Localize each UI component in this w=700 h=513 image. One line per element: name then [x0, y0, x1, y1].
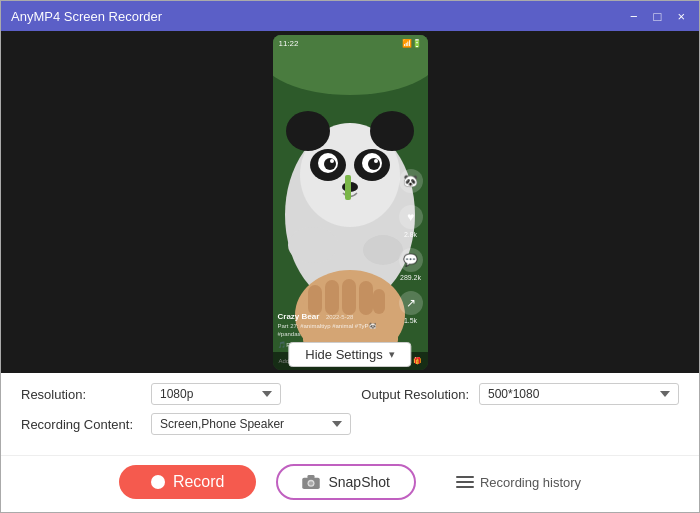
- maximize-button[interactable]: □: [650, 8, 666, 25]
- resolution-select[interactable]: 1080p 720p 480p: [151, 383, 281, 405]
- hide-settings-button[interactable]: Hide Settings ▾: [288, 342, 411, 367]
- record-button[interactable]: Record: [119, 465, 257, 499]
- app-window: AnyMP4 Screen Recorder − □ ×: [0, 0, 700, 513]
- hide-settings-label: Hide Settings: [305, 347, 382, 362]
- hamburger-icon: [456, 476, 474, 488]
- heart-circle: ♥: [399, 205, 423, 229]
- output-resolution-group: Output Resolution: 500*1080 720*1280 108…: [361, 383, 679, 405]
- camera-icon: [302, 475, 320, 489]
- heart-icon-item: ♥ 2.8k: [399, 205, 423, 238]
- comment-count: 289.2k: [400, 274, 421, 281]
- resolution-label: Resolution:: [21, 387, 141, 402]
- phone-preview: 11:22 📶🔋 🐼 ♥ 2.8k: [273, 35, 428, 370]
- recording-content-select[interactable]: Screen,Phone Speaker Screen Only Screen,…: [151, 413, 351, 435]
- svg-point-27: [309, 481, 313, 485]
- snapshot-label: SnapShot: [328, 474, 390, 490]
- output-resolution-select[interactable]: 500*1080 720*1280 1080*1920: [479, 383, 679, 405]
- app-title: AnyMP4 Screen Recorder: [11, 9, 162, 24]
- action-bar: Record SnapShot Recording history: [1, 455, 699, 512]
- share-icon-item: ↗ 1.5k: [399, 291, 423, 324]
- svg-rect-28: [308, 475, 315, 479]
- recording-content-label: Recording Content:: [21, 417, 141, 432]
- hide-settings-bar: Hide Settings ▾: [288, 342, 411, 373]
- share-circle: ↗: [399, 291, 423, 315]
- titlebar: AnyMP4 Screen Recorder − □ ×: [1, 1, 699, 31]
- resolution-row: Resolution: 1080p 720p 480p Output Resol…: [21, 383, 679, 405]
- window-controls: − □ ×: [626, 8, 689, 25]
- avatar-icon-item: 🐼: [399, 169, 423, 195]
- gift-icon: 🎁: [413, 357, 422, 365]
- chevron-down-icon: ▾: [389, 348, 395, 361]
- comment-circle: 💬: [399, 248, 423, 272]
- status-icons: 📶🔋: [402, 39, 422, 48]
- video-description: Part 27: #animaltiyp #animal #TyP🐼 #pand…: [278, 323, 393, 339]
- avatar-circle: 🐼: [399, 169, 423, 193]
- recording-content-row: Recording Content: Screen,Phone Speaker …: [21, 413, 679, 435]
- tiktok-overlay: 11:22 📶🔋 🐼 ♥ 2.8k: [273, 35, 428, 370]
- settings-panel: Resolution: 1080p 720p 480p Output Resol…: [1, 373, 699, 455]
- record-dot-icon: [151, 475, 165, 489]
- status-bar: 11:22 📶🔋: [273, 39, 428, 48]
- share-count: 1.5k: [404, 317, 417, 324]
- video-background: 11:22 📶🔋 🐼 ♥ 2.8k: [273, 35, 428, 370]
- snapshot-button[interactable]: SnapShot: [276, 464, 416, 500]
- video-area: 11:22 📶🔋 🐼 ♥ 2.8k: [1, 31, 699, 373]
- record-label: Record: [173, 473, 225, 491]
- minimize-button[interactable]: −: [626, 8, 642, 25]
- video-username: Crazy Bear 2022-5-28: [278, 312, 393, 321]
- tiktok-right-icons: 🐼 ♥ 2.8k 💬 289.2k ↗: [399, 169, 423, 324]
- recording-history-label: Recording history: [480, 475, 581, 490]
- comment-icon-item: 💬 289.2k: [399, 248, 423, 281]
- close-button[interactable]: ×: [673, 8, 689, 25]
- heart-count: 2.8k: [404, 231, 417, 238]
- recording-history-button[interactable]: Recording history: [456, 475, 581, 490]
- video-date: 2022-5-28: [326, 314, 353, 320]
- main-content: 11:22 📶🔋 🐼 ♥ 2.8k: [1, 31, 699, 455]
- output-resolution-label: Output Resolution:: [361, 387, 469, 402]
- status-time: 11:22: [279, 39, 299, 48]
